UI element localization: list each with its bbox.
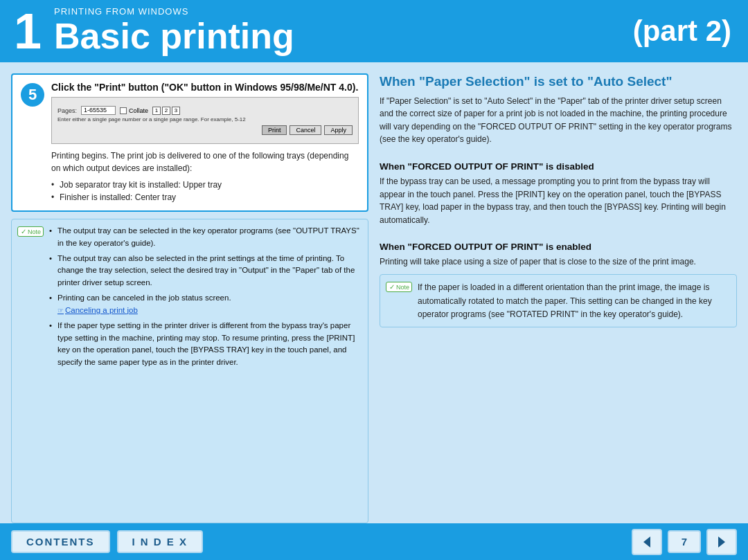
note2-text: If the paper is loaded in a different or… [418, 282, 712, 319]
next-arrow-icon [715, 535, 729, 549]
list-item: The output tray can be selected in the k… [49, 225, 361, 250]
right-section2: When "FORCED OUTPUT OF PRINT" is enabled… [380, 235, 737, 327]
contents-button[interactable]: CONTENTS [11, 530, 110, 553]
svg-marker-1 [718, 536, 725, 548]
prev-arrow-icon [640, 535, 654, 549]
note-box: ✓ Note The output tray can be selected i… [11, 219, 368, 523]
step-description: Printing begins. The print job is delive… [51, 150, 359, 174]
page-header: 1 PRINTING FROM WINDOWS Basic printing (… [0, 0, 748, 62]
note-icon-area: ✓ Note [17, 226, 44, 240]
step-bullet-list: Job separator tray kit is installed: Upp… [51, 179, 359, 204]
left-column: 5 Click the "Print" button ("OK" button … [11, 73, 368, 523]
right-section1: When "FORCED OUTPUT OF PRINT" is disable… [380, 154, 737, 226]
right-column: When "Paper Selection" is set to "Auto S… [380, 73, 737, 523]
header-text-block: PRINTING FROM WINDOWS Basic printing [54, 6, 294, 56]
note2-content: If the paper is loaded in a different or… [418, 280, 729, 321]
dialog-apply-btn[interactable]: Apply [324, 125, 353, 135]
next-page-button[interactable] [706, 529, 737, 555]
header-title: Basic printing [54, 17, 294, 56]
dialog-note: Enter either a single page number or a s… [57, 116, 353, 123]
note-badge-text: Note [28, 228, 41, 235]
dialog-pages-label: Pages: [57, 107, 77, 114]
index-button[interactable]: I N D E X [117, 530, 204, 553]
header-part: (part 2) [633, 15, 731, 48]
chapter-number: 1 [14, 6, 42, 56]
note2-badge: ✓ Note [386, 282, 412, 292]
svg-marker-0 [643, 536, 650, 548]
prev-page-button[interactable] [632, 529, 662, 555]
footer-navigation: 7 [632, 529, 737, 555]
dialog-collate: Collate [120, 107, 148, 114]
page-number: 7 [668, 530, 701, 553]
note-bullet-list: The output tray can be selected in the k… [49, 225, 361, 369]
section1-title: When "FORCED OUTPUT OF PRINT" is disable… [380, 161, 737, 172]
step5-box: 5 Click the "Print" button ("OK" button … [11, 73, 368, 212]
right-note-box: ✓ Note If the paper is loaded in a diffe… [380, 274, 737, 327]
section2-para: Printing will take place using a size of… [380, 255, 737, 269]
note2-badge-text: Note [396, 284, 409, 291]
list-item: Job separator tray kit is installed: Upp… [51, 179, 359, 191]
right-main-section: When "Paper Selection" is set to "Auto S… [380, 73, 737, 146]
list-item: Printing can be canceled in the job stat… [49, 292, 361, 317]
dialog-buttons: Print Cancel Apply [57, 125, 353, 135]
note2-icon-area: ✓ Note [386, 282, 412, 296]
dialog-cancel-btn[interactable]: Cancel [290, 125, 321, 135]
note-content: The output tray can be selected in the k… [49, 225, 361, 517]
print-dialog-image: Pages: 1-65535 Collate 1 2 3 [51, 97, 359, 144]
note-check-icon: ✓ [21, 228, 26, 235]
section2-title: When "FORCED OUTPUT OF PRINT" is enabled [380, 242, 737, 252]
list-item: If the paper type setting in the printer… [49, 320, 361, 369]
section1-para: If the bypass tray can be used, a messag… [380, 175, 737, 226]
note2-check-icon: ✓ [389, 283, 395, 291]
step-number: 5 [21, 83, 44, 107]
dialog-print-btn[interactable]: Print [262, 125, 287, 135]
step-title: Click the "Print" button ("OK" button in… [51, 82, 359, 93]
dialog-pages-input[interactable]: 1-65535 [81, 106, 116, 115]
note-badge: ✓ Note [17, 226, 44, 237]
header-subtitle: PRINTING FROM WINDOWS [54, 6, 294, 17]
page-footer: CONTENTS I N D E X 7 [0, 523, 748, 560]
right-main-title: When "Paper Selection" is set to "Auto S… [380, 73, 737, 91]
step-content: Click the "Print" button ("OK" button in… [51, 82, 359, 204]
list-item: Finisher is installed: Center tray [51, 191, 359, 204]
cancel-print-link[interactable]: Canceling a print job [57, 306, 138, 314]
right-main-para: If "Paper Selection" is set to "Auto Sel… [380, 95, 737, 146]
main-content: 5 Click the "Print" button ("OK" button … [0, 62, 748, 523]
list-item: The output tray can also be selected in … [49, 253, 361, 289]
dialog-num-boxes: 1 2 3 [152, 107, 180, 115]
